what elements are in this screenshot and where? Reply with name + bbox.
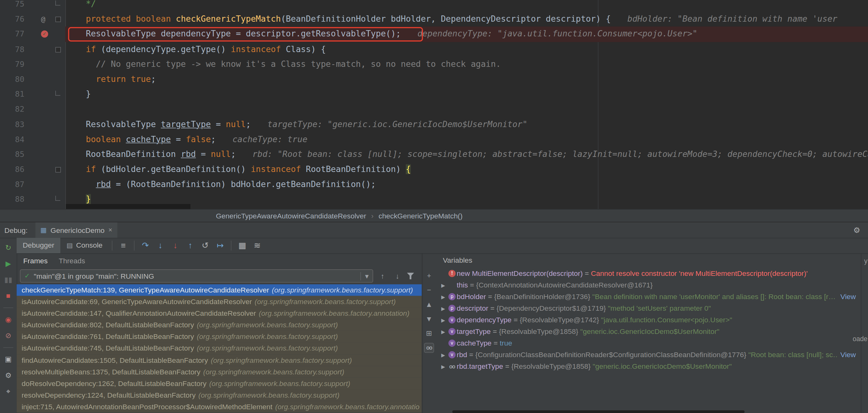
expand-arrow-icon[interactable]: ▶ <box>439 294 447 300</box>
thread-dropdown[interactable]: ✓ "main"@1 in group "main": RUNNING ▾ <box>20 269 373 282</box>
show-watches-in-variables-button[interactable]: oo <box>424 343 434 353</box>
stack-frame-row[interactable]: resolveDependency:1224, DefaultListableB… <box>17 389 422 401</box>
drop-frame-button[interactable]: ↺ <box>197 238 213 253</box>
mute-breakpoints-button[interactable]: ⊘ <box>5 330 11 341</box>
variable-name: targetType <box>457 327 491 336</box>
variable-row[interactable]: ▶vdependencyType = {ResolvableType@1742}… <box>436 314 861 326</box>
code-line[interactable]: 87 rbd = (RootBeanDefinition) bdHolder.g… <box>0 177 868 192</box>
tab-frames[interactable]: Frames <box>23 256 48 265</box>
breakpoint-icon[interactable]: ✓ <box>41 31 48 38</box>
fold-marker-icon[interactable] <box>55 47 61 53</box>
code-token <box>76 164 86 174</box>
duplicate-watch-button[interactable]: ⊞ <box>426 329 432 339</box>
stack-frame-row[interactable]: isAutowireCandidate:69, GenericTypeAware… <box>17 296 422 308</box>
variable-text: cacheType = true <box>457 339 861 347</box>
stack-frame-row[interactable]: doResolveDependency:1262, DefaultListabl… <box>17 378 422 389</box>
move-watch-up-button[interactable]: ▲ <box>425 300 433 310</box>
force-step-into-button[interactable]: ↓ <box>168 238 183 253</box>
frame-package: (org.springframework.beans.factory.suppo… <box>197 321 338 329</box>
view-link[interactable]: View <box>837 350 861 359</box>
remove-watch-button[interactable]: − <box>427 285 431 295</box>
code-line[interactable]: 79 // No generic type -> we know it's a … <box>0 57 868 72</box>
code-line[interactable]: 86 if (bdHolder.getBeanDefinition() inst… <box>0 162 868 177</box>
expand-arrow-icon[interactable]: ▶ <box>439 364 447 369</box>
stack-frame-row[interactable]: resolveMultipleBeans:1375, DefaultListab… <box>17 366 422 378</box>
override-marker-icon[interactable]: @ <box>41 11 45 27</box>
fold-marker-icon[interactable] <box>55 16 61 22</box>
code-line[interactable]: 84 boolean cacheType = false;cacheType: … <box>0 132 868 147</box>
variable-row[interactable]: ▶pbdHolder = {BeanDefinitionHolder@1736}… <box>436 291 861 303</box>
resume-button[interactable]: ▶ <box>6 258 11 269</box>
debug-session-tab[interactable]: ▦ GenericIocDemo × <box>35 222 118 238</box>
run-to-cursor-button[interactable]: ↦ <box>213 238 228 253</box>
code-line[interactable]: 81 } <box>0 87 868 102</box>
breadcrumb-class[interactable]: GenericTypeAwareAutowireCandidateResolve… <box>216 212 366 220</box>
stack-frame-row[interactable]: inject:715, AutowiredAnnotationBeanPostP… <box>17 401 422 412</box>
stack-frame-row[interactable]: checkGenericTypeMatch:139, GenericTypeAw… <box>17 284 422 296</box>
variable-row[interactable]: ▶oorbd.targetType = {ResolvableType@1858… <box>436 360 861 372</box>
code-text: return true; <box>65 72 868 87</box>
restore-layout-button[interactable]: ≡ <box>116 238 131 253</box>
expand-arrow-icon[interactable]: ▶ <box>439 352 447 358</box>
tab-threads[interactable]: Threads <box>59 256 85 265</box>
stack-frame-row[interactable]: isAutowireCandidate:802, DefaultListable… <box>17 319 422 331</box>
pin-button[interactable]: ⌖ <box>6 386 10 397</box>
thread-dump-button[interactable]: ▣ <box>5 354 12 365</box>
previous-frame-button[interactable]: ↑ <box>377 272 388 280</box>
debug-tool-window: Debug: ▦ GenericIocDemo × ⚙ ↻▶▮▮■◉⊘▣⚙⌖ D… <box>0 222 868 413</box>
line-number: 83 <box>0 117 25 132</box>
code-line[interactable]: 75 */ <box>0 0 868 11</box>
variable-row[interactable]: !new MultiElementDescriptor(descriptor) … <box>436 268 861 279</box>
code-line[interactable]: 78 if (dependencyType.getType() instance… <box>0 42 868 57</box>
variable-row[interactable]: ▶pdescriptor = {DependencyDescriptor$1@1… <box>436 303 861 314</box>
stack-frame-row[interactable]: findAutowireCandidates:1505, DefaultList… <box>17 354 422 366</box>
close-icon[interactable]: × <box>108 226 112 234</box>
step-over-button[interactable]: ↷ <box>138 238 153 253</box>
code-line[interactable]: 80 return true; <box>0 72 868 87</box>
stop-button[interactable]: ■ <box>6 290 10 301</box>
fold-marker-icon[interactable] <box>55 1 60 6</box>
tab-debugger[interactable]: Debugger <box>17 238 60 253</box>
expand-arrow-icon[interactable]: ▶ <box>439 282 447 288</box>
stack-frame-row[interactable]: isAutowireCandidate:147, QualifierAnnota… <box>17 308 422 319</box>
rerun-button[interactable]: ↻ <box>5 242 11 253</box>
move-watch-down-button[interactable]: ▼ <box>425 314 433 324</box>
next-frame-button[interactable]: ↓ <box>392 272 403 280</box>
step-into-button[interactable]: ↓ <box>153 238 168 253</box>
breadcrumb-method[interactable]: checkGenericTypeMatch() <box>378 212 462 220</box>
variable-row[interactable]: ▶this = {ContextAnnotationAutowireCandid… <box>436 279 861 291</box>
code-line[interactable]: 83 ResolvableType targetType = null;targ… <box>0 117 868 132</box>
evaluate-expression-button[interactable]: ▦ <box>235 238 250 253</box>
pause-button[interactable]: ▮▮ <box>4 274 12 285</box>
stack-frame-row[interactable]: isAutowireCandidate:745, DefaultListable… <box>17 343 422 354</box>
expand-arrow-icon[interactable]: ▶ <box>439 329 447 335</box>
fold-marker-icon[interactable] <box>55 91 60 96</box>
debugger-settings-button[interactable]: ⚙ <box>5 370 11 381</box>
toolbar-separator <box>231 241 231 251</box>
filter-frames-icon[interactable] <box>407 273 414 279</box>
stack-frame-row[interactable]: isAutowireCandidate:761, DefaultListable… <box>17 331 422 342</box>
variable-row[interactable]: ▶vrbd = {ConfigurationClassBeanDefinitio… <box>436 349 861 360</box>
code-line[interactable]: 77✓ ResolvableType dependencyType = desc… <box>0 27 868 42</box>
step-out-button[interactable]: ↑ <box>183 238 198 253</box>
tab-console[interactable]: ▤ Console <box>60 238 108 253</box>
code-line[interactable]: 76@ protected boolean checkGenericTypeMa… <box>0 11 868 27</box>
horizontal-scrollbar[interactable] <box>453 411 745 413</box>
thread-selector-bar: ✓ "main"@1 in group "main": RUNNING ▾ ↑ … <box>17 268 422 284</box>
variable-row[interactable]: vcacheType = true <box>436 337 861 349</box>
expand-arrow-icon[interactable]: ▶ <box>439 306 447 311</box>
code-line[interactable]: 85 RootBeanDefinition rbd = null;rbd: "R… <box>0 147 868 162</box>
code-line[interactable]: 82 <box>0 102 868 117</box>
code-token: (bdHolder.getBeanDefinition() <box>96 164 251 174</box>
code-editor[interactable]: 75 */76@ protected boolean checkGenericT… <box>0 0 868 209</box>
fold-marker-icon[interactable] <box>55 167 61 173</box>
expand-arrow-icon[interactable]: ▶ <box>439 317 447 323</box>
gear-icon[interactable]: ⚙ <box>853 226 860 234</box>
add-watch-button[interactable]: + <box>427 271 431 281</box>
view-link[interactable]: View <box>837 292 861 301</box>
code-token: rbd <box>181 149 196 160</box>
fold-marker-icon[interactable] <box>55 196 60 201</box>
variable-row[interactable]: ▶vtargetType = {ResolvableType@1858} "ge… <box>436 326 861 337</box>
layout-settings-button[interactable]: ≋ <box>250 238 265 253</box>
view-breakpoints-button[interactable]: ◉ <box>5 314 11 325</box>
